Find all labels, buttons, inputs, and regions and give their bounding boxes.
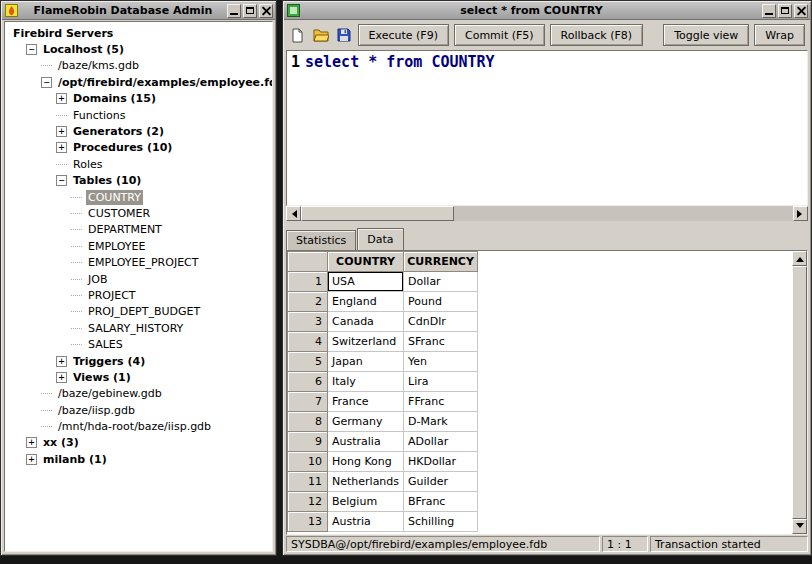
- vscroll-track[interactable]: [792, 266, 807, 519]
- grid-cell[interactable]: Japan: [328, 352, 404, 372]
- row-number[interactable]: 9: [288, 432, 328, 452]
- close-button[interactable]: [794, 4, 808, 18]
- grid-cell[interactable]: Lira: [404, 372, 478, 392]
- grid-cell[interactable]: Netherlands: [328, 472, 404, 492]
- grid-vscrollbar[interactable]: [792, 251, 807, 534]
- tab-data[interactable]: Data: [357, 228, 403, 250]
- grid-cell[interactable]: Belgium: [328, 492, 404, 512]
- expand-icon[interactable]: +: [26, 437, 37, 448]
- tree-item[interactable]: Firebird Servers: [5, 25, 272, 41]
- editor-hscrollbar[interactable]: [286, 206, 808, 221]
- maximize-button[interactable]: [243, 4, 257, 18]
- tree-item[interactable]: −Tables (10): [5, 173, 272, 189]
- row-number[interactable]: 11: [288, 472, 328, 492]
- tree-item[interactable]: EMPLOYEE: [5, 238, 272, 254]
- row-number[interactable]: 12: [288, 492, 328, 512]
- tree-item[interactable]: PROJECT: [5, 287, 272, 303]
- grid-cell[interactable]: Guilder: [404, 472, 478, 492]
- tree-item[interactable]: +milanb (1): [5, 451, 272, 467]
- grid-cell[interactable]: Austria: [328, 512, 404, 532]
- tree-item[interactable]: +Generators (2): [5, 123, 272, 139]
- sql-editor[interactable]: 1 select * from COUNTRY: [286, 50, 808, 206]
- tree-item[interactable]: EMPLOYEE_PROJECT: [5, 254, 272, 270]
- tree-item[interactable]: +Procedures (10): [5, 140, 272, 156]
- tree-item[interactable]: +Views (1): [5, 369, 272, 385]
- minimize-button[interactable]: [762, 4, 776, 18]
- scroll-down-button[interactable]: [792, 519, 807, 534]
- tree-item[interactable]: CUSTOMER: [5, 205, 272, 221]
- row-number[interactable]: 1: [288, 272, 328, 292]
- tree-item[interactable]: JOB: [5, 271, 272, 287]
- expand-icon[interactable]: +: [56, 126, 67, 137]
- grid-cell[interactable]: France: [328, 392, 404, 412]
- save-button[interactable]: [335, 25, 353, 45]
- maximize-button[interactable]: [778, 4, 792, 18]
- row-number[interactable]: 7: [288, 392, 328, 412]
- row-number[interactable]: 4: [288, 332, 328, 352]
- tree-item[interactable]: +Triggers (4): [5, 353, 272, 369]
- tree-item[interactable]: /baze/gebinew.gdb: [5, 386, 272, 402]
- grid-cell[interactable]: Switzerland: [328, 332, 404, 352]
- tree-item[interactable]: +xx (3): [5, 435, 272, 451]
- tree-item[interactable]: −Localhost (5): [5, 41, 272, 57]
- grid-cell[interactable]: Pound: [404, 292, 478, 312]
- tree-item[interactable]: SALARY_HISTORY: [5, 320, 272, 336]
- grid-cell[interactable]: Yen: [404, 352, 478, 372]
- tree-item[interactable]: /baze/kms.gdb: [5, 58, 272, 74]
- grid-cell[interactable]: FFranc: [404, 392, 478, 412]
- expand-icon[interactable]: +: [26, 454, 37, 465]
- collapse-icon[interactable]: −: [26, 44, 37, 55]
- expand-icon[interactable]: +: [56, 356, 67, 367]
- collapse-icon[interactable]: −: [41, 77, 52, 88]
- tree-item[interactable]: DEPARTMENT: [5, 222, 272, 238]
- commit-button[interactable]: Commit (F5): [454, 24, 545, 46]
- grid-cell[interactable]: D-Mark: [404, 412, 478, 432]
- grid-cell[interactable]: Hong Kong: [328, 452, 404, 472]
- new-button[interactable]: [289, 25, 307, 45]
- expand-icon[interactable]: +: [56, 372, 67, 383]
- expand-icon[interactable]: +: [56, 93, 67, 104]
- collapse-icon[interactable]: −: [56, 175, 67, 186]
- close-button[interactable]: [259, 4, 273, 18]
- rollback-button[interactable]: Rollback (F8): [550, 24, 644, 46]
- grid-cell[interactable]: Schilling: [404, 512, 478, 532]
- open-button[interactable]: [312, 25, 330, 45]
- tree-item[interactable]: +Domains (15): [5, 91, 272, 107]
- tree-item[interactable]: Functions: [5, 107, 272, 123]
- row-number[interactable]: 8: [288, 412, 328, 432]
- grid-cell[interactable]: England: [328, 292, 404, 312]
- hscroll-track[interactable]: [301, 206, 793, 221]
- tree-item[interactable]: SALES: [5, 336, 272, 352]
- grid-cell[interactable]: Dollar: [404, 272, 478, 292]
- server-tree[interactable]: Firebird Servers−Localhost (5)/baze/kms.…: [4, 21, 273, 552]
- tree-item[interactable]: −/opt/firebird/examples/employee.fdb: [5, 74, 272, 90]
- row-number[interactable]: 2: [288, 292, 328, 312]
- scroll-up-button[interactable]: [792, 251, 807, 266]
- column-header-currency[interactable]: CURRENCY: [404, 252, 478, 272]
- row-number[interactable]: 5: [288, 352, 328, 372]
- scroll-right-button[interactable]: [793, 206, 808, 221]
- tree-item[interactable]: /baze/iisp.gdb: [5, 402, 272, 418]
- grid-corner[interactable]: [288, 252, 328, 272]
- grid-cell[interactable]: ADollar: [404, 432, 478, 452]
- grid-cell[interactable]: Germany: [328, 412, 404, 432]
- grid-cell[interactable]: USA: [328, 272, 404, 292]
- grid-cell[interactable]: Italy: [328, 372, 404, 392]
- row-number[interactable]: 13: [288, 512, 328, 532]
- minimize-button[interactable]: [227, 4, 241, 18]
- toggle-view-button[interactable]: Toggle view: [663, 24, 749, 46]
- row-number[interactable]: 10: [288, 452, 328, 472]
- grid-cell[interactable]: HKDollar: [404, 452, 478, 472]
- tree-item[interactable]: COUNTRY: [5, 189, 272, 205]
- vscroll-thumb[interactable]: [792, 266, 807, 519]
- grid-cell[interactable]: SFranc: [404, 332, 478, 352]
- expand-icon[interactable]: +: [56, 142, 67, 153]
- tab-statistics[interactable]: Statistics: [286, 230, 356, 250]
- scroll-left-button[interactable]: [286, 206, 301, 221]
- wrap-button[interactable]: Wrap: [754, 24, 805, 46]
- grid-cell[interactable]: Australia: [328, 432, 404, 452]
- hscroll-thumb[interactable]: [301, 206, 454, 221]
- execute-button[interactable]: Execute (F9): [358, 24, 449, 46]
- titlebar[interactable]: select * from COUNTRY: [284, 2, 810, 20]
- tree-item[interactable]: PROJ_DEPT_BUDGET: [5, 304, 272, 320]
